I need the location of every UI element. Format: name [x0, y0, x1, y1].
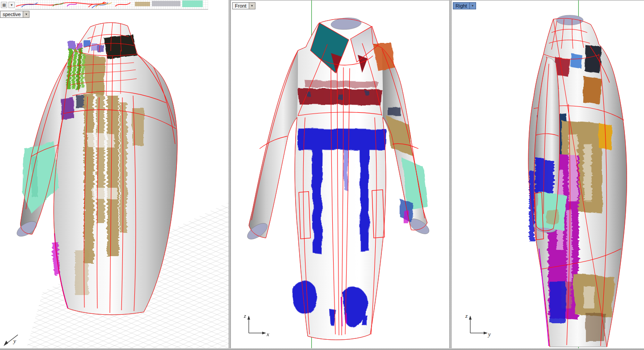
viewport-title-label[interactable]: spective: [0, 11, 23, 18]
axis-label-x: x: [266, 331, 269, 337]
viewport-title-perspective[interactable]: spective ▼: [0, 11, 29, 18]
coat-sleeve-left-front[interactable]: [249, 51, 298, 238]
right-sleeve-patches: [386, 108, 428, 224]
rhino-viewport-layout: ▦ ▾ spective ▼ y: [0, 0, 644, 350]
pattern-piece-mint[interactable]: [182, 0, 203, 7]
axis-label-y: y: [13, 337, 16, 344]
viewport-right[interactable]: Right ▼ z y: [452, 0, 644, 350]
front-scene: [231, 0, 449, 350]
garment-front[interactable]: [245, 17, 431, 340]
pattern-piece-gray[interactable]: [152, 1, 180, 6]
viewport-front[interactable]: Front ▼ z x: [231, 0, 449, 350]
viewport-title-front[interactable]: Front ▼: [232, 2, 255, 9]
axis-label-y: y: [487, 331, 491, 337]
layout-grid-icon[interactable]: ▦: [1, 2, 7, 8]
viewport-title-label[interactable]: Front: [232, 2, 249, 9]
chevron-down-icon: ▼: [25, 12, 28, 17]
axis-label-z: z: [243, 312, 246, 319]
axis-gizmo-front: z x: [243, 312, 271, 337]
viewport-title-label[interactable]: Right: [453, 2, 470, 9]
axis-gizmo-perspective: y: [1, 329, 23, 347]
viewport-perspective[interactable]: ▦ ▾ spective ▼ y: [0, 0, 229, 350]
viewport-title-dropdown[interactable]: ▼: [470, 2, 476, 9]
perspective-scene: [0, 0, 229, 350]
pattern-strip: [15, 0, 208, 9]
garment-right[interactable]: [528, 15, 627, 347]
pattern-piece-tan[interactable]: [135, 2, 150, 6]
viewport-title-right[interactable]: Right ▼: [453, 2, 476, 9]
viewport-title-dropdown[interactable]: ▼: [23, 11, 29, 18]
window-bottom-edge: [0, 348, 644, 350]
axis-gizmo-right: z y: [465, 312, 493, 337]
garment-back[interactable]: [14, 23, 177, 315]
chevron-down-icon: ▼: [471, 3, 474, 9]
chest-band: [298, 80, 382, 106]
chevron-down-icon: ▼: [251, 3, 254, 9]
viewport-mini-controls: ▦ ▾: [1, 2, 15, 8]
blue-streak-body: [529, 170, 535, 242]
layout-menu-icon[interactable]: ▾: [8, 2, 15, 8]
viewport-title-dropdown[interactable]: ▼: [249, 2, 255, 9]
axis-label-z: z: [465, 312, 468, 319]
right-scene: [452, 0, 644, 350]
